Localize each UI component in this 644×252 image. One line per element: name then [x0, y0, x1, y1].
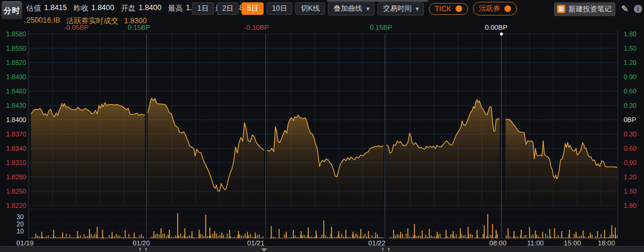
y-axis-label-right: 1.50	[624, 188, 636, 195]
y-axis-label-left: 1.8250	[1, 188, 26, 195]
pane-splitter-bar[interactable]	[0, 246, 644, 252]
y-axis-label-left: 1.8580	[1, 30, 26, 38]
bp-change-label: -0.10BP	[244, 24, 269, 31]
day-fill-01/20	[148, 98, 264, 206]
splitter-grip[interactable]	[382, 248, 389, 251]
y-axis-label-left: 1.8280	[1, 173, 26, 181]
y-axis-label-right: 0.90	[624, 73, 636, 80]
y-axis-label-left: 1.8400	[1, 116, 26, 123]
y-axis-label-right: 1.20	[624, 173, 636, 181]
bp-change-label: 0.15BP	[370, 24, 392, 31]
y-axis-label-right: 0.30	[624, 130, 636, 138]
y-axis-label-left: 1.8340	[1, 145, 26, 152]
current-time-marker	[500, 32, 503, 238]
marker-dot	[500, 32, 503, 35]
day-fill-01/22	[386, 99, 500, 206]
bp-change-label: -0.05BP	[64, 24, 89, 31]
volume-axis-label: 10	[1, 228, 24, 235]
volume-axis-label: 30	[1, 213, 24, 220]
y-axis-label-left: 1.8550	[1, 45, 26, 52]
y-axis-label-right: 0.60	[624, 88, 636, 95]
y-axis-label-right: 0.30	[624, 102, 636, 109]
price-volume-chart[interactable]	[0, 0, 644, 252]
y-axis-label-right: 0.60	[624, 145, 636, 152]
y-axis-label-left: 1.8490	[1, 73, 26, 80]
y-axis-label-right: 1.50	[624, 45, 636, 52]
day-fill-01/19	[31, 102, 145, 206]
y-axis-label-left: 1.8310	[1, 159, 26, 166]
y-axis-label-right: 0BP	[624, 116, 636, 123]
y-axis-label-right: 0.90	[624, 159, 636, 166]
y-axis-label-left: 1.8460	[1, 88, 26, 95]
y-axis-label-right: 1.80	[624, 30, 636, 38]
y-axis-label-left: 1.8520	[1, 59, 26, 66]
y-axis-label-right: 1.20	[624, 59, 636, 66]
splitter-grip[interactable]	[140, 248, 147, 251]
y-axis-label-right: 1.80	[624, 202, 636, 209]
y-axis-label-left: 1.8370	[1, 130, 26, 138]
splitter-collapse-arrow[interactable]	[261, 248, 267, 251]
y-axis-label-left: 1.8220	[1, 202, 26, 209]
bp-change-label: 0.00BP	[485, 24, 507, 31]
bp-change-label: 0.15BP	[128, 24, 150, 31]
y-axis-label-left: 1.8430	[1, 102, 26, 109]
volume-axis-label: 20	[1, 220, 24, 228]
fenshi-chart-window: 分时 估值1.8415昨收1.8400开盘1.8400最高1.8400最低1.8…	[0, 0, 644, 252]
